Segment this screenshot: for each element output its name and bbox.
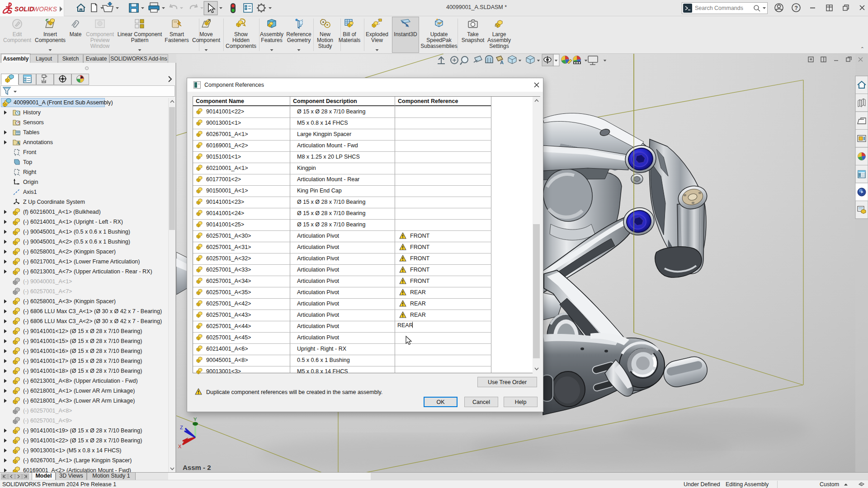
svg-text:Assm - 2: Assm - 2 bbox=[183, 464, 211, 471]
svg-text:Z: Z bbox=[180, 425, 183, 430]
svg-text:A: A bbox=[16, 140, 20, 145]
svg-text:Y: Y bbox=[193, 417, 197, 422]
svg-text:X: X bbox=[178, 444, 182, 449]
svg-text:SOLID: SOLID bbox=[14, 6, 34, 13]
svg-text:WORKS: WORKS bbox=[33, 6, 57, 13]
svg-text:A: A bbox=[500, 60, 504, 65]
svg-text:?: ? bbox=[795, 5, 798, 11]
